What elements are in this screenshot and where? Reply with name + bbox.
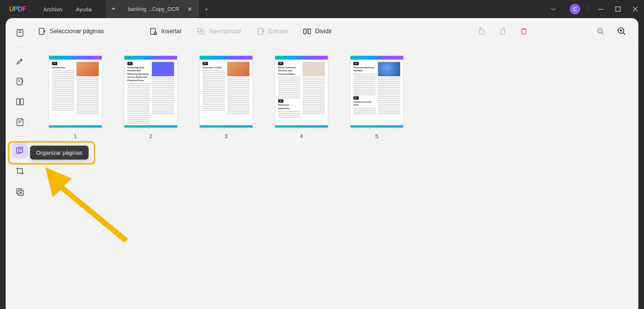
split-label: Dividir xyxy=(315,28,332,35)
sidebar-form-icon[interactable] xyxy=(12,114,28,130)
page-number: 1 xyxy=(74,133,77,139)
new-tab-button[interactable]: ＋ xyxy=(199,0,214,18)
chevron-down-icon[interactable] xyxy=(551,8,566,11)
page-number: 5 xyxy=(375,133,378,139)
insert-icon xyxy=(149,27,158,35)
sidebar-organize-pages[interactable] xyxy=(12,143,28,158)
svg-rect-11 xyxy=(39,28,44,34)
annotation-arrow xyxy=(41,163,132,243)
delete-icon[interactable] xyxy=(519,26,529,37)
thumbnail-row: 01 Introduction 1 02 Promoting Best Prac… xyxy=(49,56,623,139)
separator xyxy=(15,47,24,47)
rotate-left-icon[interactable] xyxy=(476,26,487,37)
svg-rect-4 xyxy=(17,99,20,105)
tooltip-organize-pages: Organizar páginas xyxy=(30,146,89,160)
sidebar-crop-icon[interactable] xyxy=(12,163,28,179)
tab-area: banking ...Copy_OCR ✕ ＋ xyxy=(106,0,214,18)
svg-rect-0 xyxy=(598,9,603,10)
extract-label: Extraer xyxy=(269,28,288,35)
split-icon xyxy=(303,27,311,35)
titlebar: UPDF Archivo Ayuda banking ...Copy_OCR ✕… xyxy=(0,0,644,18)
page-thumbnail[interactable]: 06 Promotes Business Globally 07Saving C… xyxy=(350,56,403,139)
sidebar-pageview-icon[interactable] xyxy=(12,94,28,110)
sidebar xyxy=(6,18,34,309)
insert-button[interactable]: Insertar xyxy=(149,27,182,35)
svg-rect-19 xyxy=(480,29,484,34)
sidebar-edit-icon[interactable] xyxy=(12,74,28,89)
select-pages-icon xyxy=(38,27,46,35)
zoom-out-icon[interactable] xyxy=(595,26,606,37)
tab-close-icon[interactable]: ✕ xyxy=(187,6,192,13)
window-maximize-icon[interactable] xyxy=(609,0,627,18)
zoom-in-icon[interactable] xyxy=(616,26,627,37)
insert-label: Insertar xyxy=(161,28,182,35)
rotate-right-icon[interactable] xyxy=(497,26,508,37)
extract-button[interactable]: Extraer xyxy=(257,27,288,35)
svg-rect-2 xyxy=(17,29,23,36)
action-bar: Seleccionar páginas Insertar Reemplazar xyxy=(34,18,638,45)
sidebar-redact-icon[interactable] xyxy=(12,183,28,199)
separator xyxy=(15,136,24,137)
replace-button[interactable]: Reemplazar xyxy=(197,27,241,35)
select-pages-button[interactable]: Seleccionar páginas xyxy=(38,27,104,35)
svg-rect-14 xyxy=(198,28,200,31)
tab-dropdown[interactable] xyxy=(106,0,121,18)
svg-rect-16 xyxy=(258,28,263,34)
document-tab[interactable]: banking ...Copy_OCR ✕ xyxy=(121,0,199,18)
svg-rect-1 xyxy=(616,7,620,11)
page-number: 4 xyxy=(300,133,303,139)
page-thumbnail[interactable]: 04 Better Customer Services and Communic… xyxy=(275,56,328,139)
menu-help[interactable]: Ayuda xyxy=(69,6,98,12)
page-thumbnail[interactable]: 02 Promoting Best Practice and Reducing … xyxy=(124,56,177,139)
extract-icon xyxy=(257,27,265,35)
sidebar-reader-icon[interactable] xyxy=(12,25,28,41)
user-avatar[interactable]: C xyxy=(570,4,580,14)
replace-label: Reemplazar xyxy=(209,28,241,35)
svg-rect-18 xyxy=(308,29,311,34)
separator xyxy=(29,5,30,13)
page-number: 2 xyxy=(149,133,152,139)
separator xyxy=(588,5,588,13)
app-logo: UPDF xyxy=(0,5,23,13)
replace-icon xyxy=(197,27,205,35)
sidebar-highlighter-icon[interactable] xyxy=(12,53,28,69)
select-pages-label: Seleccionar páginas xyxy=(50,28,104,35)
menu-file[interactable]: Archivo xyxy=(37,6,69,12)
workspace: Organizar páginas Seleccionar páginas In… xyxy=(6,18,638,309)
window-minimize-icon[interactable] xyxy=(592,0,609,18)
split-button[interactable]: Dividir xyxy=(303,27,332,35)
page-thumbnail[interactable]: 01 Introduction 1 xyxy=(49,56,102,139)
svg-rect-5 xyxy=(20,99,23,105)
page-number: 3 xyxy=(225,133,228,139)
svg-rect-17 xyxy=(304,29,306,34)
window-close-icon[interactable] xyxy=(627,0,644,18)
page-thumbnail[interactable]: 03 Customer Loyalty 3 xyxy=(200,56,252,139)
svg-rect-20 xyxy=(501,29,505,34)
tab-title: banking ...Copy_OCR xyxy=(128,6,179,12)
svg-rect-15 xyxy=(201,31,204,34)
